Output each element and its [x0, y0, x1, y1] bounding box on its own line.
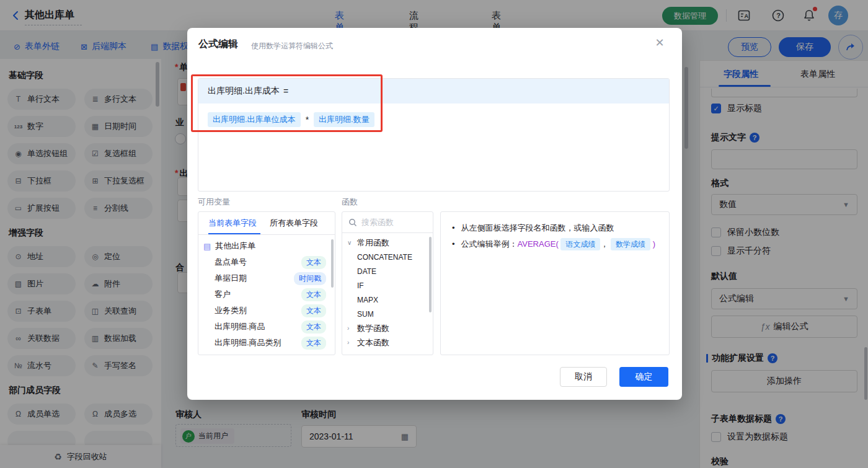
help-line-1: •从左侧面板选择字段名和函数，或输入函数 [452, 220, 658, 236]
functions-list: ∨常用函数CONCATENATEDATEIFMAPXSUM›数学函数›文本函数 [342, 233, 433, 350]
bullet: • [452, 239, 455, 249]
variable-name: 出库明细.商品 [215, 321, 265, 332]
variables-scrollbar[interactable] [331, 239, 334, 288]
equals-sign: = [283, 86, 288, 96]
field-type-badge: 文本 [301, 304, 326, 317]
formula-editor-modal: 公式编辑 使用数学运算符编辑公式 ✕ 出库明细.出库成本 = 出库明细.出库单位… [187, 28, 682, 400]
function-item[interactable]: SUM [342, 307, 433, 321]
function-group-label: 文本函数 [357, 337, 389, 348]
modal-title: 公式编辑 [198, 38, 238, 51]
variables-tabs: 当前表单字段 所有表单字段 [198, 212, 335, 235]
formula-field-chip[interactable]: 出库明细.数量 [314, 112, 374, 127]
function-group[interactable]: ›数学函数 [342, 321, 433, 335]
function-item[interactable]: IF [342, 278, 433, 293]
function-item[interactable]: MAPX [342, 293, 433, 307]
variable-item[interactable]: 单据日期时间戳 [198, 270, 335, 286]
functions-label: 函数 [342, 196, 358, 208]
function-group-label: 常用函数 [357, 237, 389, 249]
formula-target-row: 出库明细.出库成本 = [198, 79, 669, 104]
form-doc-icon: ▤ [203, 242, 211, 251]
close-icon[interactable]: ✕ [652, 36, 667, 50]
chevron-collapsed-icon: › [347, 339, 353, 346]
search-icon [348, 218, 357, 227]
formula-field-chip[interactable]: 出库明细.出库单位成本 [208, 112, 301, 127]
formula-target: 出库明细.出库成本 [208, 86, 280, 97]
function-name: AVERAGE( [518, 239, 559, 249]
root-form-name: 其他出库单 [215, 241, 255, 252]
tab-all-form-fields[interactable]: 所有表单字段 [270, 218, 318, 229]
function-item[interactable]: CONCATENATE [342, 250, 433, 264]
tab-current-form-fields[interactable]: 当前表单字段 [208, 218, 257, 229]
variables-root-row[interactable]: ▤ 其他出库单 [198, 238, 335, 254]
variable-name: 盘点单号 [215, 257, 247, 268]
variables-label: 可用变量 [198, 196, 230, 208]
field-type-badge: 时间戳 [294, 272, 326, 285]
app-root: 其他出库单 表单设计流程设定表单设置 数据管理 A ? 存 ⊘表单外链⊠后端脚本… [0, 0, 868, 468]
function-group-label: 数学函数 [357, 323, 389, 334]
variable-name: 单据日期 [215, 273, 247, 284]
formula-expression: 出库明细.出库单位成本 * 出库明细.数量 [208, 112, 374, 127]
variables-list: 盘点单号文本单据日期时间戳客户文本业务类别文本出库明细.商品文本出库明细.商品类… [198, 254, 335, 351]
help-line-2: •公式编辑举例：AVERAGE( 语文成绩， 数学成绩 ) [452, 236, 658, 252]
search-placeholder: 搜索函数 [361, 217, 394, 228]
field-type-badge: 文本 [301, 256, 326, 269]
function-group[interactable]: ∨常用函数 [342, 236, 433, 250]
confirm-button[interactable]: 确定 [619, 367, 668, 387]
example-field-chip: 数学成绩 [611, 238, 650, 250]
variable-item[interactable]: 业务类别文本 [198, 302, 335, 319]
formula-help-panel: •从左侧面板选择字段名和函数，或输入函数 •公式编辑举例：AVERAGE( 语文… [440, 211, 670, 355]
variable-name: 客户 [215, 289, 231, 300]
modal-subtitle: 使用数学运算符编辑公式 [251, 41, 333, 51]
multiply-operator: * [306, 115, 309, 125]
variable-item[interactable]: 盘点单号文本 [198, 254, 335, 270]
function-close-paren: ) [653, 239, 655, 249]
function-search[interactable]: 搜索函数 [342, 212, 433, 233]
function-item[interactable]: DATE [342, 264, 433, 278]
field-type-badge: 文本 [301, 320, 326, 333]
variable-item[interactable]: 客户文本 [198, 286, 335, 302]
functions-scrollbar[interactable] [429, 237, 432, 312]
variables-panel: 当前表单字段 所有表单字段 ▤ 其他出库单 盘点单号文本单据日期时间戳客户文本业… [198, 211, 335, 355]
field-type-badge: 文本 [301, 337, 326, 350]
cancel-button[interactable]: 取消 [560, 367, 607, 387]
chevron-expanded-icon: ∨ [347, 239, 353, 246]
functions-panel: 搜索函数 ∨常用函数CONCATENATEDATEIFMAPXSUM›数学函数›… [342, 211, 433, 355]
formula-editor-area[interactable]: 出库明细.出库成本 = 出库明细.出库单位成本 * 出库明细.数量 [198, 78, 670, 192]
chevron-collapsed-icon: › [347, 325, 353, 332]
field-type-badge: 文本 [301, 288, 326, 301]
bullet: • [452, 223, 455, 232]
variable-item[interactable]: 出库明细.商品文本 [198, 319, 335, 335]
variable-name: 出库明细.商品类别 [215, 337, 281, 348]
example-field-chip: 语文成绩 [560, 238, 600, 250]
variables-active-underline [208, 233, 260, 234]
variable-item[interactable]: 出库明细.商品类别文本 [198, 335, 335, 351]
function-group[interactable]: ›文本函数 [342, 335, 433, 350]
variable-name: 业务类别 [215, 305, 247, 316]
